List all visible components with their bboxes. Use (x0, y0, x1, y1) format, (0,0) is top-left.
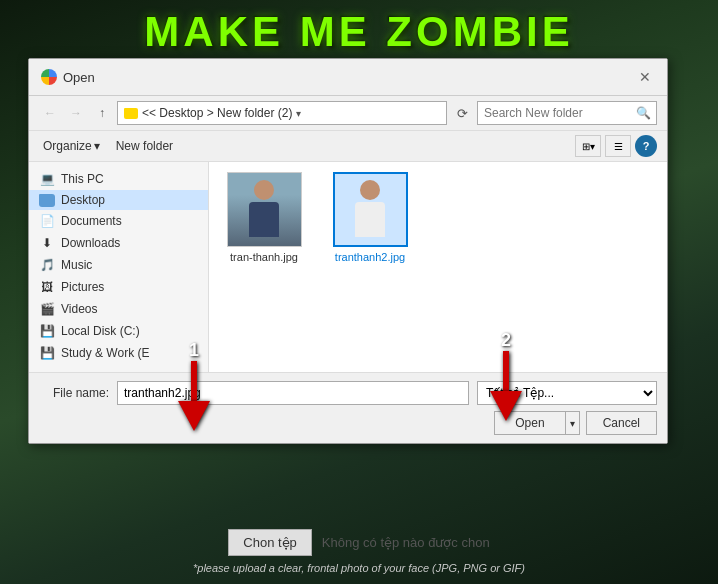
pictures-icon: 🖼 (39, 279, 55, 295)
toolbar-right: ⊞▾ ☰ ? (575, 135, 657, 157)
file-name-2: tranthanh2.jpg (335, 251, 405, 263)
sidebar-item-local-disk[interactable]: 💾 Local Disk (C:) (29, 320, 208, 342)
sidebar-label-music: Music (61, 258, 92, 272)
local-disk-icon: 💾 (39, 323, 55, 339)
file-thumb-1 (227, 172, 302, 247)
silhouette-1 (244, 180, 284, 240)
filename-input[interactable] (117, 381, 469, 405)
search-container: 🔍 (477, 101, 657, 125)
study-work-icon: 💾 (39, 345, 55, 361)
buttons-row: Open ▾ Cancel (39, 411, 657, 435)
sidebar-item-videos[interactable]: 🎬 Videos (29, 298, 208, 320)
dialog-navbar: ← → ↑ << Desktop > New folder (2) ▾ ⟳ 🔍 (29, 96, 667, 131)
dialog-close-button[interactable]: ✕ (635, 67, 655, 87)
sidebar-label-study-work: Study & Work (E (61, 346, 149, 360)
dialog-title-left: Open (41, 69, 95, 85)
downloads-icon: ⬇ (39, 235, 55, 251)
breadcrumb: << Desktop > New folder (2) ▾ (117, 101, 447, 125)
arrow-2-label: 2 (501, 330, 511, 351)
arrow-1-label: 1 (189, 340, 199, 361)
photo-1 (228, 173, 301, 246)
breadcrumb-dropdown-icon[interactable]: ▾ (296, 108, 301, 119)
arrow-1-line (191, 361, 197, 401)
dialog-bottom: File name: Tất cả Tệp... Open ▾ Cancel (29, 372, 667, 443)
sidebar-item-this-pc[interactable]: 💻 This PC (29, 168, 208, 190)
toolbar-left: Organize ▾ New folder (39, 137, 177, 155)
sidebar-item-downloads[interactable]: ⬇ Downloads (29, 232, 208, 254)
file-item-2[interactable]: tranthanh2.jpg (325, 172, 415, 263)
arrow-1: 1 (178, 340, 210, 431)
organize-button[interactable]: Organize ▾ (39, 137, 104, 155)
file-dialog: Open ✕ ← → ↑ << Desktop > New folder (2)… (28, 58, 668, 444)
file-thumb-2 (333, 172, 408, 247)
arrow-2-head (490, 391, 522, 421)
organize-arrow: ▾ (94, 139, 100, 153)
sidebar-item-music[interactable]: 🎵 Music (29, 254, 208, 276)
no-file-text: Không có tệp nào được chon (322, 535, 490, 550)
dialog-toolbar: Organize ▾ New folder ⊞▾ ☰ ? (29, 131, 667, 162)
chrome-icon (41, 69, 57, 85)
music-icon: 🎵 (39, 257, 55, 273)
folder-icon (124, 108, 138, 119)
nav-forward-button[interactable]: → (65, 102, 87, 124)
view-list-button[interactable]: ☰ (605, 135, 631, 157)
nav-up-button[interactable]: ↑ (91, 102, 113, 124)
arrow-2-line (503, 351, 509, 391)
body-1 (249, 202, 279, 237)
sidebar-label-local-disk: Local Disk (C:) (61, 324, 140, 338)
photo-2 (335, 174, 406, 245)
filename-label: File name: (39, 386, 109, 400)
view-grid-icon: ⊞▾ (582, 141, 595, 152)
search-input[interactable] (477, 101, 657, 125)
file-name-1: tran-thanh.jpg (230, 251, 298, 263)
computer-icon: 💻 (39, 171, 55, 187)
desktop-folder-icon (39, 194, 55, 207)
open-dropdown-button[interactable]: ▾ (566, 411, 580, 435)
view-icons-button[interactable]: ⊞▾ (575, 135, 601, 157)
dialog-main: 💻 This PC Desktop 📄 Documents ⬇ Download… (29, 162, 667, 372)
organize-label: Organize (43, 139, 92, 153)
help-button[interactable]: ? (635, 135, 657, 157)
file-item-1[interactable]: tran-thanh.jpg (219, 172, 309, 263)
sidebar-label-documents: Documents (61, 214, 122, 228)
sidebar-label-this-pc: This PC (61, 172, 104, 186)
refresh-button[interactable]: ⟳ (451, 102, 473, 124)
chon-tep-button[interactable]: Chon tệp (228, 529, 312, 556)
sidebar-label-downloads: Downloads (61, 236, 120, 250)
head-1 (254, 180, 274, 200)
sidebar-label-pictures: Pictures (61, 280, 104, 294)
upload-btn-row: Chon tệp Không có tệp nào được chon (228, 529, 489, 556)
upload-hint: *please upload a clear, frontal photo of… (193, 562, 525, 574)
dialog-titlebar: Open ✕ (29, 59, 667, 96)
silhouette-2 (350, 180, 390, 240)
nav-back-button[interactable]: ← (39, 102, 61, 124)
breadcrumb-text: << Desktop > New folder (2) (142, 106, 292, 120)
sidebar-label-desktop: Desktop (61, 193, 105, 207)
bottom-section: Chon tệp Không có tệp nào được chon *ple… (0, 529, 718, 584)
cancel-button[interactable]: Cancel (586, 411, 657, 435)
new-folder-button[interactable]: New folder (112, 137, 177, 155)
body-2 (355, 202, 385, 237)
app-title: MAKE ME ZOMBIE (0, 8, 718, 56)
dialog-title-text: Open (63, 70, 95, 85)
sidebar-item-desktop[interactable]: Desktop (29, 190, 208, 210)
sidebar-item-pictures[interactable]: 🖼 Pictures (29, 276, 208, 298)
head-2 (360, 180, 380, 200)
arrow-2: 2 (490, 330, 522, 421)
sidebar-item-documents[interactable]: 📄 Documents (29, 210, 208, 232)
dialog-files: tran-thanh.jpg tranthanh2.jpg (209, 162, 667, 372)
videos-icon: 🎬 (39, 301, 55, 317)
arrow-1-head (178, 401, 210, 431)
view-list-icon: ☰ (614, 141, 623, 152)
sidebar-label-videos: Videos (61, 302, 97, 316)
documents-icon: 📄 (39, 213, 55, 229)
filename-row: File name: Tất cả Tệp... (39, 381, 657, 405)
